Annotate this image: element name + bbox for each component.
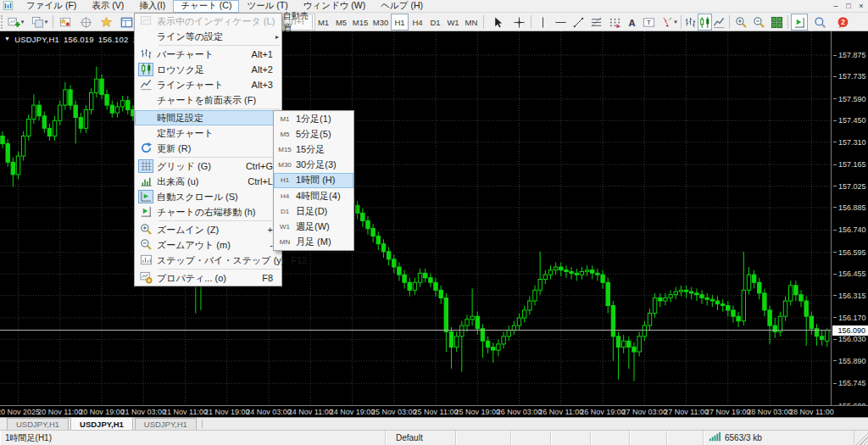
timeframe-m30-button[interactable]: M30 <box>370 14 391 31</box>
chart-shift-icon <box>140 205 153 220</box>
timeframe-h1-button[interactable]: H1 <box>391 14 409 31</box>
submenu-item-h1[interactable]: H11時間 (H) <box>274 173 353 188</box>
menu-item-3[interactable]: バーチャートAlt+1 <box>135 47 281 62</box>
timeframe-m1-button[interactable]: M1 <box>314 14 332 31</box>
timeframe-d1-button[interactable]: D1 <box>426 14 444 31</box>
chart-tab-2[interactable]: USDJPY,H1 <box>135 418 197 430</box>
menu-item-6[interactable]: チャートを前面表示 (F) <box>135 92 281 108</box>
new-chart-button[interactable]: ▾ <box>4 14 27 31</box>
menu-item-0[interactable]: 表示中のインディケータ (L)Ctrl+I <box>135 14 281 29</box>
zoom-out-button[interactable] <box>750 14 767 31</box>
candle-body <box>371 229 375 236</box>
menu-item-19[interactable]: ステップ・バイ・ステップ (y)F12 <box>135 253 281 268</box>
menu-item-shortcut: Ctrl+I <box>281 16 309 26</box>
menubar-item-0[interactable]: ファイル (F) <box>19 0 84 13</box>
text-label-button[interactable]: T <box>639 14 658 31</box>
menu-item-13[interactable]: 出来高 (u)Ctrl+L <box>135 174 281 189</box>
menu-item-1[interactable]: ライン等の設定▸ <box>135 29 281 44</box>
menu-item-14[interactable]: 自動スクロール (S) <box>135 189 281 204</box>
shapes-button[interactable] <box>605 14 624 31</box>
arrow-objects-button[interactable]: ▾ <box>658 14 680 31</box>
candle-body <box>392 259 396 267</box>
terminal-button[interactable] <box>117 14 136 31</box>
line-chart-button[interactable] <box>712 14 726 31</box>
candlestick-button[interactable] <box>698 14 712 31</box>
chart-tab-1[interactable]: USDJPY,H1 <box>70 417 133 430</box>
crosshair-button[interactable] <box>509 14 529 31</box>
menu-item-5[interactable]: ラインチャートAlt+3 <box>135 77 281 92</box>
menu-item-4[interactable]: ロウソク足Alt+2 <box>135 62 281 77</box>
cursor-button[interactable] <box>487 14 508 31</box>
horizontal-line-button[interactable] <box>552 14 570 31</box>
time-axis[interactable]: 20 Nov 202520 Nov 11:0020 Nov 19:0021 No… <box>0 405 868 417</box>
vertical-line-button[interactable] <box>534 14 552 31</box>
candle-body <box>700 295 704 298</box>
notifications-button[interactable]: 2 <box>832 14 854 31</box>
fibonacci-button[interactable] <box>587 14 605 31</box>
menubar-item-2[interactable]: 挿入(I) <box>131 0 173 13</box>
zoom-in-button[interactable] <box>732 14 749 31</box>
chart-tabs: USDJPY,H1USDJPY,H1USDJPY,H1 <box>0 417 868 430</box>
menu-item-17[interactable]: ズームイン (Z)+ <box>135 222 281 237</box>
chart-context-menu: 表示中のインディケータ (L)Ctrl+Iライン等の設定▸バーチャートAlt+1… <box>134 13 282 286</box>
menu-item-8[interactable]: 時間足設定▸ <box>135 110 281 125</box>
timeframe-w1-button[interactable]: W1 <box>444 14 462 31</box>
text-button[interactable]: A <box>624 14 639 31</box>
menu-item-9[interactable]: 定型チャート▸ <box>135 125 281 141</box>
timeframe-m5-button[interactable]: M5 <box>332 14 350 31</box>
menubar-item-3[interactable]: チャート (C) <box>173 0 239 13</box>
timeframe-mn-button[interactable]: MN <box>462 14 481 31</box>
submenu-item-w1[interactable]: W1週足(W) <box>274 219 353 234</box>
resize-grip[interactable] <box>855 432 868 445</box>
price-axis-label: 157.165 <box>833 160 866 169</box>
restore-button[interactable]: □ <box>843 1 854 12</box>
submenu-item-m5[interactable]: M55分足(5) <box>274 126 353 142</box>
timeframe-m15-button[interactable]: M15 <box>350 14 370 31</box>
submenu-item-m30[interactable]: M3030分足(3) <box>274 158 353 173</box>
price-axis[interactable]: 157.875157.735157.590157.450157.310157.1… <box>831 31 868 405</box>
chart-area[interactable]: ▼ USDJPY,H1 156.019 156.102 155.982 156.… <box>0 31 868 417</box>
menu-item-18[interactable]: ズームアウト (m)- <box>135 237 281 253</box>
close-button[interactable]: × <box>855 1 867 12</box>
candle-body <box>429 278 432 283</box>
candle-body <box>554 267 557 270</box>
candle-body <box>752 275 755 282</box>
candle-body <box>497 344 500 350</box>
menu-item-15[interactable]: チャートの右端移動 (h) <box>135 204 281 220</box>
data-window-button[interactable] <box>76 14 95 31</box>
search-button[interactable] <box>810 14 829 31</box>
menu-item-label: 表示中のインディケータ (L) <box>157 15 275 28</box>
menu-item-shortcut: F8 <box>262 273 278 283</box>
trendline-button[interactable] <box>570 14 587 31</box>
profiles-button[interactable]: ▾ <box>28 14 51 31</box>
submenu-item-label: 1時間 (H) <box>296 174 350 186</box>
menu-item-21[interactable]: プロパティ... (o)F8 <box>135 270 281 286</box>
market-watch-button[interactable] <box>56 14 75 31</box>
candle-body <box>548 270 552 275</box>
submenu-item-d1[interactable]: D1日足(D) <box>274 203 353 219</box>
menu-item-label: ズームアウト (m) <box>157 239 263 252</box>
time-axis-label: 27 Nov 03:00 <box>622 408 668 416</box>
menu-item-10[interactable]: 更新 (R) <box>135 141 281 156</box>
submenu-item-mn[interactable]: MN月足 (M) <box>274 235 353 250</box>
tile-windows-button[interactable] <box>768 14 785 31</box>
submenu-item-h4[interactable]: H44時間足(4) <box>274 188 353 203</box>
chart-shift-button[interactable] <box>791 14 808 31</box>
candlestick-chart[interactable] <box>0 31 831 405</box>
statusbar-profile[interactable]: Default <box>386 431 456 445</box>
candle-body <box>476 316 479 329</box>
bar-chart-button[interactable] <box>683 14 698 31</box>
menu-item-12[interactable]: グリッド (G)Ctrl+G <box>135 159 281 174</box>
menubar-item-1[interactable]: 表示 (V) <box>84 0 131 13</box>
candle-body <box>664 298 667 301</box>
chart-tab-0[interactable]: USDJPY,H1 <box>7 418 69 430</box>
timeframe-h4-button[interactable]: H4 <box>409 14 426 31</box>
arrows-icon <box>660 16 673 29</box>
submenu-item-m1[interactable]: M11分足(1) <box>274 111 353 126</box>
minimize-button[interactable]: – <box>830 1 842 12</box>
navigator-button[interactable] <box>97 14 115 31</box>
menubar-item-6[interactable]: ヘルプ (H) <box>373 0 431 13</box>
candle-body <box>126 101 130 110</box>
submenu-item-m15[interactable]: M1515分足 <box>274 142 353 157</box>
chart-marker-icon[interactable]: ▼ <box>4 36 10 44</box>
